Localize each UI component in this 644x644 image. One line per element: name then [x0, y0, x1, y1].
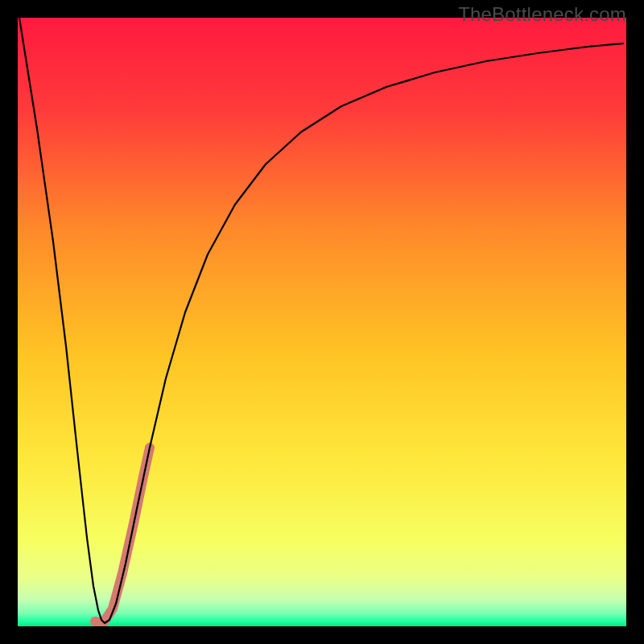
watermark-text: TheBottleneck.com: [458, 3, 626, 26]
chart-frame: TheBottleneck.com: [0, 0, 644, 644]
plot-svg: [18, 18, 626, 626]
gradient-background: [18, 18, 626, 626]
plot-area: [18, 18, 626, 626]
